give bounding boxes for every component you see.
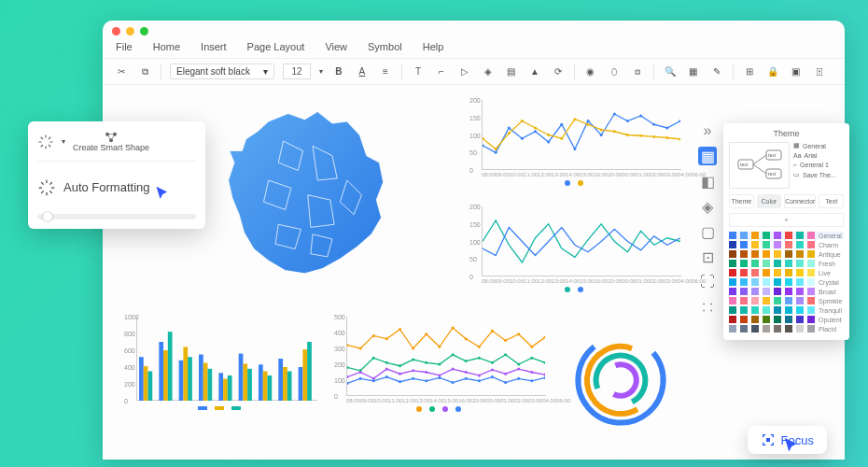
svg-point-72 — [452, 368, 455, 371]
svg-point-71 — [438, 374, 441, 376]
style-icon[interactable]: ◧ — [698, 172, 717, 191]
more-icon[interactable]: ▣ — [789, 64, 804, 79]
svg-rect-107 — [207, 369, 212, 401]
svg-rect-121 — [302, 349, 307, 401]
chart-rings[interactable] — [560, 318, 681, 431]
palette-fresh[interactable]: Fresh — [729, 260, 844, 267]
svg-rect-104 — [188, 357, 192, 401]
group-icon[interactable]: ⊞ — [742, 64, 757, 79]
search-icon[interactable]: 🔍 — [663, 64, 678, 79]
layers-icon[interactable]: ◈ — [481, 64, 496, 79]
maximize-dot[interactable] — [140, 27, 148, 35]
highlight-icon[interactable]: ≡ — [378, 64, 393, 79]
object-icon[interactable]: ⊡ — [698, 248, 717, 266]
connector-icon[interactable]: ⌐ — [434, 64, 449, 79]
export-icon[interactable]: ⍐ — [812, 64, 827, 79]
pointer-icon[interactable]: ▷ — [457, 64, 472, 79]
menu-symbol[interactable]: Symbol — [368, 41, 402, 52]
menu-insert[interactable]: Insert — [201, 41, 227, 52]
svg-point-32 — [347, 344, 349, 347]
line-icon[interactable]: ⬯ — [607, 64, 622, 79]
fill-icon[interactable]: ◉ — [583, 64, 598, 79]
theme-preview[interactable]: texttexttext — [729, 142, 790, 189]
svg-point-66 — [372, 377, 375, 380]
menu-home[interactable]: Home — [153, 41, 180, 52]
palette-tranquil[interactable]: Tranquil — [729, 306, 844, 314]
menu-file[interactable]: File — [116, 41, 133, 52]
focus-button[interactable]: Focus — [748, 426, 827, 454]
svg-point-93 — [517, 377, 520, 380]
svg-point-31 — [679, 138, 681, 141]
cut-icon[interactable]: ✂ — [114, 64, 129, 79]
svg-point-30 — [665, 136, 668, 139]
collapse-icon[interactable]: » — [698, 121, 717, 140]
bold-icon[interactable]: B — [331, 64, 346, 79]
svg-point-3 — [521, 137, 524, 140]
menu-view[interactable]: View — [325, 41, 347, 52]
chart-wave[interactable]: 05010015020008:0009:0010:0011:0012:0013:… — [467, 206, 681, 293]
preset-2[interactable]: ⌐General 1 — [793, 162, 844, 168]
text-tool-icon[interactable]: T — [411, 64, 426, 79]
rotate-icon[interactable]: ⟳ — [551, 64, 566, 79]
grid-icon[interactable]: ▦ — [686, 64, 701, 79]
palette-sprinkle[interactable]: Sprinkle — [729, 297, 844, 304]
chart-bars[interactable]: 02004006008001000 — [121, 317, 317, 411]
svg-point-95 — [544, 376, 546, 379]
palette-charm[interactable]: Charm — [729, 241, 844, 248]
map-shape[interactable] — [205, 102, 420, 298]
palette-general[interactable]: General — [729, 232, 844, 239]
svg-rect-114 — [259, 364, 263, 401]
minimize-dot[interactable] — [126, 27, 134, 35]
auto-formatting-button[interactable]: Auto Formatting — [37, 171, 196, 205]
preset-list: ▦GeneralAaArial⌐General 1▭Save The... — [793, 142, 844, 189]
lock-icon[interactable]: 🔒 — [765, 64, 780, 79]
svg-rect-97 — [144, 366, 148, 401]
add-palette-button[interactable]: + — [729, 213, 844, 227]
palette-broad[interactable]: Broad — [729, 288, 844, 295]
theme-tab-connector[interactable]: Connector — [784, 194, 816, 208]
copy-icon[interactable]: ⧉ — [137, 64, 152, 79]
sparkle-icon[interactable] — [37, 134, 54, 150]
page-icon[interactable]: ▢ — [698, 222, 717, 241]
preset-0[interactable]: ▦General — [793, 142, 844, 149]
font-select[interactable]: Elegant soft black▾ — [170, 64, 274, 79]
theme-tab-text[interactable]: Text — [819, 194, 844, 208]
svg-rect-110 — [228, 375, 232, 401]
svg-point-70 — [425, 371, 427, 374]
chart-multi[interactable]: 010020030040050008:0009:0010:0011:0012:0… — [331, 317, 546, 413]
svg-point-126 — [600, 360, 640, 400]
palette-live[interactable]: Live — [729, 269, 844, 276]
svg-point-17 — [495, 148, 497, 150]
theme-tab-theme[interactable]: Theme — [729, 194, 754, 208]
svg-point-8 — [587, 120, 590, 122]
theme-panel: Theme texttexttext ▦GeneralAaArial⌐Gener… — [723, 123, 849, 340]
crop-icon[interactable]: ⧈ — [630, 64, 645, 79]
shape-icon[interactable]: ▲ — [527, 64, 542, 79]
create-smart-shape-button[interactable]: Create Smart Shape — [73, 131, 149, 153]
svg-point-62 — [530, 357, 533, 360]
menu-help[interactable]: Help — [423, 41, 444, 52]
side-toolstrip: » ▦ ◧ ◈ ▢ ⊡ ⛶ ⸬ — [696, 121, 719, 317]
font-color-icon[interactable]: A — [355, 64, 370, 79]
preset-1[interactable]: AaArial — [793, 152, 844, 159]
align-icon[interactable]: ▤ — [504, 64, 519, 79]
palette-opulent[interactable]: Opulent — [729, 316, 844, 323]
svg-point-94 — [530, 379, 533, 382]
close-dot[interactable] — [112, 27, 120, 35]
menu-page-layout[interactable]: Page Layout — [247, 41, 305, 52]
theme-tab-color[interactable]: Color — [757, 194, 782, 208]
pen-icon[interactable]: ✎ — [709, 64, 724, 79]
palette-placid[interactable]: Placid — [729, 325, 844, 333]
palette-antique[interactable]: Antique — [729, 250, 844, 258]
chart-top-line[interactable]: 05010015020008:0009:0010:0011:0012:0013:… — [467, 100, 681, 187]
svg-point-37 — [412, 347, 414, 350]
handles-icon[interactable]: ⸬ — [698, 298, 717, 317]
svg-point-28 — [639, 134, 642, 137]
preset-3[interactable]: ▭Save The... — [793, 171, 844, 178]
layer-icon[interactable]: ◈ — [698, 197, 717, 216]
palette-crystal[interactable]: Crystal — [729, 278, 844, 286]
format-slider[interactable] — [37, 214, 196, 219]
expand-icon[interactable]: ⛶ — [698, 273, 717, 291]
font-size[interactable]: 12 — [283, 64, 311, 79]
grid-tool-icon[interactable]: ▦ — [698, 147, 717, 165]
